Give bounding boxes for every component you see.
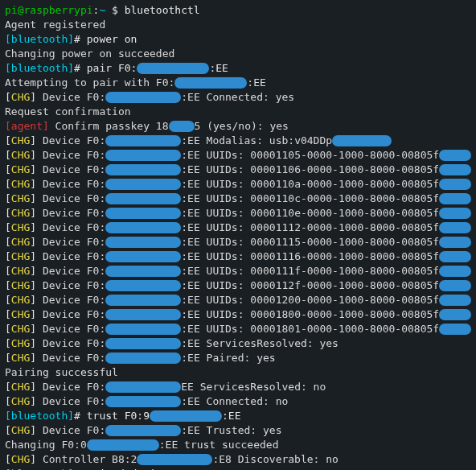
text: Device F0:	[43, 395, 105, 407]
redacted-mac: x	[105, 179, 181, 190]
bracket: [	[5, 352, 11, 364]
chg-tag: CHG	[11, 424, 30, 436]
chg-tag: CHG	[11, 395, 30, 407]
chg-tag: CHG	[11, 134, 30, 146]
bracket: [	[5, 323, 11, 335]
bt-hash: #	[74, 62, 87, 74]
bracket: ]	[30, 221, 43, 233]
chg-uuid-line: [CHG] Device F0:x:EE UUIDs: 0000112f-000…	[5, 278, 471, 293]
redacted-suffix: x	[439, 266, 471, 277]
text: Device F0:	[43, 424, 105, 436]
bracket: [	[5, 149, 11, 161]
bracket: ]	[30, 91, 43, 103]
bracket: ]	[30, 163, 43, 175]
bracket: ]	[30, 178, 43, 190]
text: :EE	[247, 76, 265, 89]
redacted-mac: x	[87, 439, 159, 451]
chg-tag: CHG	[11, 149, 30, 161]
text: :EE Connected: no	[181, 395, 288, 407]
bracket: [	[5, 163, 11, 175]
bracket: [	[5, 424, 11, 436]
chg-tag: CHG	[11, 91, 30, 103]
redacted-passkey: x	[169, 121, 195, 132]
text: Changing F0:0	[5, 439, 87, 451]
text: Device F0:	[43, 178, 105, 190]
bracket: ]	[30, 279, 43, 291]
redacted-mac: x	[105, 309, 181, 320]
bracket: [	[5, 308, 11, 320]
redacted-mac: x	[105, 324, 181, 335]
text: Controller B8:2	[43, 453, 137, 465]
chg-services-resolved-no: [CHG] Device F0:xEE ServicesResolved: no	[5, 380, 471, 394]
text: Device F0:	[43, 279, 105, 291]
text: Device F0:	[43, 323, 105, 335]
redacted-mac: x	[105, 150, 181, 161]
text: :EE Modalias: usb:v04DDp	[181, 134, 332, 146]
redacted-suffix: x	[439, 295, 471, 306]
bracket: ]	[30, 250, 43, 262]
text: 5 (yes/no): yes	[195, 120, 289, 132]
bracket: [	[5, 134, 11, 146]
redacted-mac: x	[174, 77, 247, 89]
text: :EE UUIDs:	[181, 294, 250, 306]
bracket: [	[5, 178, 11, 190]
terminal-output: pi@raspberrypi:~ $ bluetoothctl Agent re…	[0, 0, 476, 470]
bracket: [	[5, 91, 11, 103]
redacted-suffix: x	[439, 280, 471, 291]
uuid-value: 0000112f-0000-1000-8000-00805f	[250, 279, 439, 291]
redacted-mac: x	[105, 381, 181, 393]
chg-tag: CHG	[11, 178, 30, 190]
redacted-suffix: x	[439, 222, 471, 233]
chg-tag: CHG	[11, 265, 30, 277]
text: Attempting to pair with F0:	[5, 76, 174, 89]
redacted-mac: x	[105, 338, 181, 349]
bt-pair: [bluetooth]# pair F0:x:EE	[5, 61, 471, 76]
text: Device F0:	[43, 221, 105, 233]
uuid-value: 0000110c-0000-1000-8000-00805f	[250, 192, 439, 204]
pairing-successful: Pairing successful	[5, 365, 471, 380]
text: Device F0:	[43, 192, 105, 204]
text: Device F0:	[43, 91, 105, 103]
bt-prompt: [bluetooth]	[5, 62, 74, 74]
redacted-mac: x	[105, 251, 181, 262]
bracket: ]	[30, 337, 43, 349]
text: Device F0:	[43, 207, 105, 219]
text: Device F0:	[43, 352, 105, 364]
uuid-value: 00001801-0000-1000-8000-00805f	[250, 323, 439, 335]
bracket: [	[5, 265, 11, 277]
prompt-dollar: $	[105, 4, 124, 16]
text: :EE UUIDs:	[181, 221, 250, 233]
chg-paired-yes: [CHG] Device F0:x:EE Paired: yes	[5, 351, 471, 365]
redacted-mac: x	[105, 425, 181, 436]
uuid-value: 00001200-0000-1000-8000-00805f	[250, 294, 439, 306]
chg-uuid-line: [CHG] Device F0:x:EE UUIDs: 0000111f-000…	[5, 264, 471, 278]
bracket: ]	[30, 308, 43, 320]
chg-uuid-line: [CHG] Device F0:x:EE UUIDs: 00001115-000…	[5, 235, 471, 249]
chg-uuid-line: [CHG] Device F0:x:EE UUIDs: 00001801-000…	[5, 322, 471, 336]
text: Device F0:	[43, 163, 105, 175]
redacted-suffix: x	[439, 237, 471, 248]
uuid-value: 0000110e-0000-1000-8000-00805f	[250, 207, 439, 219]
text: :EE trust succeeded	[159, 439, 279, 451]
redacted-mac: x	[105, 352, 181, 364]
chg-uuid-line: [CHG] Device F0:x:EE UUIDs: 0000110c-000…	[5, 192, 471, 206]
prompt-userhost: pi@raspberrypi	[5, 4, 93, 16]
chg-connected-yes: [CHG] Device F0:x:EE Connected: yes	[5, 90, 471, 105]
redacted-suffix: x	[439, 309, 471, 320]
text: Device F0:	[43, 134, 105, 146]
text: Device F0:	[43, 308, 105, 320]
chg-uuid-line: [CHG] Device F0:x:EE UUIDs: 00001116-000…	[5, 249, 471, 264]
uuid-value: 0000111f-0000-1000-8000-00805f	[250, 265, 439, 277]
text: :EE Trusted: yes	[181, 424, 281, 436]
uuid-value: 00001106-0000-1000-8000-00805f	[250, 163, 439, 175]
bracket: ]	[30, 192, 43, 204]
text: Device F0:	[43, 149, 105, 161]
bracket: [	[5, 381, 11, 393]
chg-tag: CHG	[11, 279, 30, 291]
chg-trusted-yes: [CHG] Device F0:x:EE Trusted: yes	[5, 423, 471, 438]
bracket: [	[5, 395, 11, 407]
cmd-trust: trust F0:9	[87, 410, 150, 422]
bt-prompt: [bluetooth]	[5, 410, 74, 422]
chg-modalias: [CHG] Device F0:x:EE Modalias: usb:v04DD…	[5, 134, 471, 148]
bt-trust: [bluetooth]# trust F0:9x:EE	[5, 409, 471, 423]
